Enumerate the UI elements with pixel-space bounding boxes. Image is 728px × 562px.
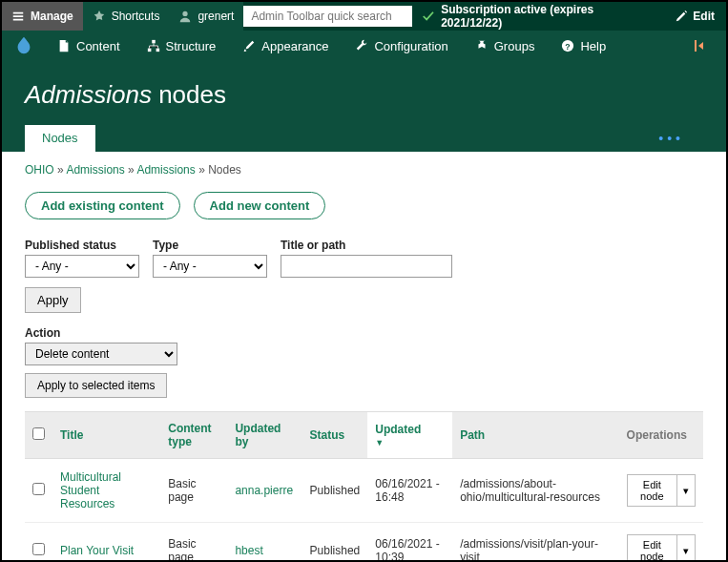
wrench-icon — [355, 39, 368, 52]
tab-nodes[interactable]: Nodes — [25, 125, 95, 152]
page-body: OHIO » Admissions » Admissions » Nodes A… — [2, 152, 726, 562]
subscription-label: Subscription active (expires 2021/12/22) — [441, 3, 654, 30]
col-uby[interactable]: Updated by — [227, 412, 302, 459]
crumb-adm1[interactable]: Admissions — [66, 163, 124, 177]
menu-groups-label: Groups — [494, 39, 535, 53]
row-updated: 06/16/2021 - 16:48 — [367, 459, 452, 523]
edit-node-dropdown[interactable]: ▾ — [677, 534, 696, 562]
table-header-row: Title Content type Updated by Status Upd… — [25, 412, 703, 459]
user-menu[interactable]: grenert — [169, 2, 243, 31]
menu-structure-label: Structure — [166, 39, 217, 53]
row-updated: 06/16/2021 - 10:39 — [367, 523, 452, 563]
row-uby-link[interactable]: anna.pierre — [235, 484, 293, 497]
row-checkbox[interactable] — [32, 543, 45, 555]
menu-config-label: Configuration — [374, 39, 447, 53]
col-updated[interactable]: Updated ▼ — [367, 412, 452, 459]
pub-status-select[interactable]: - Any - — [25, 255, 139, 278]
sort-desc-icon: ▼ — [375, 438, 445, 448]
tab-fill: ••• — [95, 125, 703, 152]
edit-node-dropdown[interactable]: ▾ — [677, 474, 696, 507]
add-new-button[interactable]: Add new content — [194, 192, 326, 219]
help-icon: ? — [561, 39, 574, 52]
crumb-ohio[interactable]: OHIO — [25, 163, 54, 177]
page-header: Admissions nodes Nodes ••• — [2, 61, 726, 152]
row-title-link[interactable]: Multicultural Student Resources — [60, 470, 121, 510]
edit-label: Edit — [693, 10, 715, 23]
row-ctype: Basic page — [160, 459, 227, 523]
row-status: Published — [302, 459, 368, 523]
row-uby-link[interactable]: hbest — [235, 544, 262, 557]
edit-button[interactable]: Edit — [663, 10, 726, 23]
col-updated-label: Updated — [375, 423, 421, 436]
svg-text:?: ? — [566, 42, 571, 52]
star-icon — [93, 10, 106, 23]
user-icon — [178, 10, 192, 23]
collapse-toolbar-button[interactable] — [684, 39, 718, 52]
table-row: Multicultural Student Resources Basic pa… — [25, 459, 703, 523]
select-all-checkbox[interactable] — [32, 427, 45, 440]
col-title[interactable]: Title — [52, 412, 160, 459]
page-title-rest: nodes — [152, 80, 226, 109]
title-path-label: Title or path — [281, 239, 452, 252]
brush-icon — [242, 39, 256, 52]
hamburger-icon — [11, 10, 25, 23]
shortcuts-label: Shortcuts — [112, 10, 160, 23]
shortcuts-link[interactable]: Shortcuts — [83, 2, 170, 31]
svg-rect-2 — [147, 49, 151, 52]
file-icon — [57, 39, 71, 52]
menu-help-label: Help — [580, 39, 606, 53]
pencil-icon — [675, 10, 688, 23]
svg-rect-1 — [152, 40, 156, 44]
row-ctype: Basic page — [160, 523, 227, 563]
drupal-logo-icon — [13, 35, 34, 56]
row-status: Published — [302, 523, 368, 563]
type-select[interactable]: - Any - — [153, 255, 267, 278]
user-name: grenert — [198, 10, 234, 23]
add-existing-button[interactable]: Add existing content — [25, 192, 180, 219]
collapse-icon — [694, 39, 709, 52]
col-status[interactable]: Status — [302, 412, 368, 459]
action-label: Action — [25, 326, 703, 340]
col-ctype[interactable]: Content type — [160, 412, 227, 459]
page-title-italic: Admissions — [25, 80, 152, 109]
col-ops: Operations — [619, 412, 703, 459]
menu-appearance-label: Appearance — [261, 39, 328, 53]
row-path: /admissions/visit/plan-your-visit — [452, 523, 618, 563]
admin-search-input[interactable] — [243, 6, 412, 27]
col-path[interactable]: Path — [452, 412, 618, 459]
menu-groups[interactable]: Groups — [462, 31, 549, 61]
structure-icon — [147, 39, 160, 52]
row-path: /admissions/about-ohio/multicultural-res… — [452, 459, 618, 523]
table-row: Plan Your Visit Basic page hbest Publish… — [25, 523, 703, 563]
pub-status-label: Published status — [25, 239, 139, 252]
groups-icon — [475, 39, 489, 52]
apply-filters-button[interactable]: Apply — [25, 287, 81, 313]
menu-structure[interactable]: Structure — [134, 31, 230, 61]
tab-strip: Nodes ••• — [25, 125, 703, 152]
menu-appearance[interactable]: Appearance — [229, 31, 342, 61]
crumb-sep: » — [57, 163, 66, 177]
menu-configuration[interactable]: Configuration — [342, 31, 461, 61]
row-checkbox[interactable] — [32, 483, 45, 495]
action-select[interactable]: Delete content — [25, 343, 177, 365]
crumb-adm2[interactable]: Admissions — [136, 163, 195, 177]
title-path-input[interactable] — [281, 255, 452, 278]
row-title-link[interactable]: Plan Your Visit — [60, 544, 134, 557]
crumb-sep: » — [198, 163, 208, 177]
svg-rect-3 — [156, 49, 159, 52]
edit-node-button[interactable]: Edit node — [627, 474, 677, 507]
subscription-status: Subscription active (expires 2021/12/22) — [412, 3, 663, 30]
svg-point-0 — [183, 11, 188, 16]
menu-help[interactable]: ?Help — [548, 31, 619, 61]
check-icon — [422, 10, 435, 23]
manage-label: Manage — [31, 10, 73, 23]
menu-content[interactable]: Content — [44, 31, 134, 61]
breadcrumb: OHIO » Admissions » Admissions » Nodes — [25, 163, 703, 177]
manage-toggle[interactable]: Manage — [2, 2, 83, 31]
edit-node-button[interactable]: Edit node — [627, 534, 677, 562]
tab-overflow-dots[interactable]: ••• — [658, 131, 684, 146]
page-title: Admissions nodes — [25, 80, 703, 110]
menu-content-label: Content — [76, 39, 120, 53]
apply-selected-button[interactable]: Apply to selected items — [25, 373, 167, 398]
type-label: Type — [153, 239, 267, 252]
